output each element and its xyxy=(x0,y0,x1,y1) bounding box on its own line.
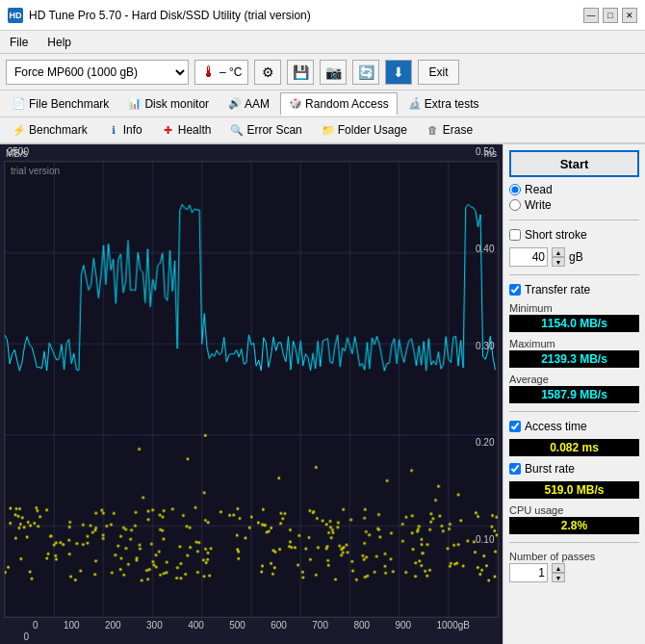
maximum-value: 2139.3 MB/s xyxy=(509,350,639,368)
tab-erase[interactable]: 🗑 Erase xyxy=(418,118,481,142)
burst-rate-checkbox[interactable] xyxy=(509,463,521,475)
aam-icon: 🔊 xyxy=(228,97,242,111)
extra-tests-icon: 🔬 xyxy=(408,97,422,111)
menu-help[interactable]: Help xyxy=(43,34,75,51)
nav-tabs-row2: ⚡ Benchmark ℹ Info ✚ Health 🔍 Error Scan… xyxy=(0,117,645,144)
drive-selector[interactable]: Force MP600 (1000 gB) xyxy=(6,60,189,85)
maximum-stat: Maximum 2139.3 MB/s xyxy=(509,338,639,368)
right-panel: Start Read Write Short stroke ▲ ▼ gB xyxy=(503,144,645,644)
toolbar-btn-3[interactable]: 📷 xyxy=(320,60,347,85)
tab-info[interactable]: ℹ Info xyxy=(98,118,151,142)
burst-rate-label: Burst rate xyxy=(525,462,575,476)
passes-spinner-row: ▲ ▼ xyxy=(509,563,639,582)
read-label: Read xyxy=(525,183,553,196)
average-stat: Average 1587.9 MB/s xyxy=(509,374,639,403)
passes-down[interactable]: ▼ xyxy=(552,573,565,582)
access-time-label: Access time xyxy=(525,420,587,433)
tab-erase-label: Erase xyxy=(443,123,473,137)
number-of-passes-stat: Number of passes ▲ ▼ xyxy=(509,551,639,582)
short-stroke-unit: gB xyxy=(569,250,583,264)
exit-button[interactable]: Exit xyxy=(418,60,458,85)
transfer-rate-label: Transfer rate xyxy=(525,283,590,296)
burst-rate-checkbox-label[interactable]: Burst rate xyxy=(509,462,639,476)
short-stroke-up[interactable]: ▲ xyxy=(552,247,565,257)
tab-disk-monitor[interactable]: 📊 Disk monitor xyxy=(119,92,218,116)
x-axis: 0 100 200 300 400 500 600 700 800 900 10… xyxy=(4,618,499,631)
tab-error-scan[interactable]: 🔍 Error Scan xyxy=(221,118,310,142)
window-title: HD Tune Pro 5.70 - Hard Disk/SSD Utility… xyxy=(29,9,311,22)
file-benchmark-icon: 📄 xyxy=(13,97,26,111)
tab-disk-monitor-label: Disk monitor xyxy=(144,97,209,111)
tab-benchmark[interactable]: ⚡ Benchmark xyxy=(4,118,96,142)
main-content: MB/s ms 2500 2000 1500 1000 500 0 trial … xyxy=(0,144,645,644)
window-controls: — □ ✕ xyxy=(583,8,637,23)
minimum-stat: Minimum 1154.0 MB/s xyxy=(509,302,639,332)
tab-random-access[interactable]: 🎲 Random Access xyxy=(280,92,398,116)
toolbar-btn-1[interactable]: ⚙ xyxy=(254,60,281,85)
start-button[interactable]: Start xyxy=(509,150,639,177)
nav-tabs-row1: 📄 File Benchmark 📊 Disk monitor 🔊 AAM 🎲 … xyxy=(0,90,645,117)
error-scan-icon: 🔍 xyxy=(230,123,244,137)
close-button[interactable]: ✕ xyxy=(622,8,637,23)
random-access-icon: 🎲 xyxy=(289,97,302,111)
menu-file[interactable]: File xyxy=(6,34,32,51)
divider-3 xyxy=(509,411,639,412)
toolbar-btn-2[interactable]: 💾 xyxy=(287,60,314,85)
burst-rate-value: 519.0 MB/s xyxy=(509,481,639,499)
toolbar-btn-5[interactable]: ⬇ xyxy=(385,60,412,85)
short-stroke-input[interactable] xyxy=(509,247,548,267)
transfer-rate-checkbox-label[interactable]: Transfer rate xyxy=(509,283,639,296)
divider-4 xyxy=(509,542,639,543)
erase-icon: 🗑 xyxy=(426,123,440,137)
minimum-label: Minimum xyxy=(509,302,639,314)
tab-folder-usage-label: Folder Usage xyxy=(338,123,407,137)
temperature-display: 🌡 – °C xyxy=(194,60,248,85)
tab-health-label: Health xyxy=(178,123,212,137)
tab-extra-tests[interactable]: 🔬 Extra tests xyxy=(400,92,488,116)
transfer-rate-checkbox[interactable] xyxy=(509,284,521,296)
folder-usage-icon: 📁 xyxy=(322,123,335,137)
temperature-value: – °C xyxy=(219,65,242,79)
minimize-button[interactable]: — xyxy=(583,8,599,23)
maximize-button[interactable]: □ xyxy=(603,8,618,23)
number-of-passes-label: Number of passes xyxy=(509,551,639,562)
read-write-radio-group: Read Write xyxy=(509,183,639,212)
app-icon: HD xyxy=(8,8,23,23)
toolbar-btn-4[interactable]: 🔄 xyxy=(352,60,379,85)
menu-bar: File Help xyxy=(0,31,645,54)
tab-file-benchmark-label: File Benchmark xyxy=(29,97,109,111)
access-time-value: 0.082 ms xyxy=(509,439,639,456)
cpu-usage-label: CPU usage xyxy=(509,504,639,516)
write-radio[interactable] xyxy=(509,199,521,211)
average-label: Average xyxy=(509,374,639,385)
tab-file-benchmark[interactable]: 📄 File Benchmark xyxy=(4,92,117,116)
short-stroke-label: Short stroke xyxy=(525,228,587,242)
passes-up[interactable]: ▲ xyxy=(552,563,565,573)
write-radio-label[interactable]: Write xyxy=(509,198,639,212)
cpu-usage-stat: CPU usage 2.8% xyxy=(509,504,639,534)
title-bar-left: HD HD Tune Pro 5.70 - Hard Disk/SSD Util… xyxy=(8,8,311,23)
health-icon: ✚ xyxy=(162,123,175,137)
short-stroke-checkbox[interactable] xyxy=(509,229,521,241)
read-radio[interactable] xyxy=(509,184,521,195)
tab-random-access-label: Random Access xyxy=(305,97,389,111)
y-axis-right: 0.50 0.40 0.30 0.20 0.10 xyxy=(476,144,503,644)
access-time-checkbox[interactable] xyxy=(509,421,521,432)
access-time-checkbox-label[interactable]: Access time xyxy=(509,420,639,433)
minimum-value: 1154.0 MB/s xyxy=(509,315,639,332)
passes-input[interactable] xyxy=(509,563,548,582)
tab-info-label: Info xyxy=(123,123,142,137)
chart-area: MB/s ms 2500 2000 1500 1000 500 0 trial … xyxy=(0,144,503,644)
tab-aam[interactable]: 🔊 AAM xyxy=(219,92,278,116)
tab-folder-usage[interactable]: 📁 Folder Usage xyxy=(313,118,416,142)
average-value: 1587.9 MB/s xyxy=(509,386,639,403)
read-radio-label[interactable]: Read xyxy=(509,183,639,196)
short-stroke-spinners: ▲ ▼ xyxy=(552,247,565,267)
tab-error-scan-label: Error Scan xyxy=(246,123,301,137)
benchmark-icon: ⚡ xyxy=(13,123,26,137)
short-stroke-down[interactable]: ▼ xyxy=(552,257,565,267)
title-bar: HD HD Tune Pro 5.70 - Hard Disk/SSD Util… xyxy=(0,0,645,31)
write-label: Write xyxy=(525,198,552,212)
short-stroke-checkbox-label[interactable]: Short stroke xyxy=(509,228,639,242)
tab-health[interactable]: ✚ Health xyxy=(153,118,220,142)
